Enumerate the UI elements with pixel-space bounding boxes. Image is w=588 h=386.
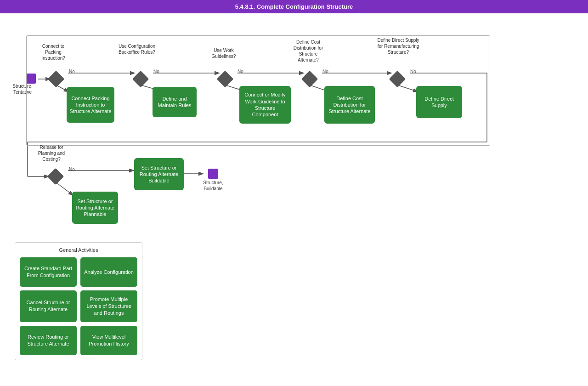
diagram-area: Structure, Tentative Connect to Packing … bbox=[0, 13, 588, 386]
ga-analyze-config[interactable]: Analyze Configuration bbox=[80, 257, 137, 287]
outer-box-row1 bbox=[26, 35, 490, 146]
no-q6: No bbox=[69, 167, 75, 172]
svg-line-16 bbox=[56, 182, 73, 195]
diamond-q6 bbox=[47, 168, 64, 185]
label-q6: Release for Planning and Costing? bbox=[31, 144, 72, 162]
header-title: 5.4.8.1. Complete Configuration Structur… bbox=[235, 3, 353, 10]
ga-view-multilevel[interactable]: View Multilevel Promotion History bbox=[80, 326, 137, 355]
panel-title: General Activities bbox=[20, 247, 137, 253]
page-header: 5.4.8.1. Complete Configuration Structur… bbox=[0, 0, 588, 13]
label-buildable: Structure, Buildable bbox=[197, 180, 230, 192]
ga-create-standard-part[interactable]: Create Standard Part From Configuration bbox=[20, 257, 77, 287]
activity-set-plannable[interactable]: Set Structure or Routing Alternate Plann… bbox=[72, 192, 118, 224]
ga-review-routing[interactable]: Review Routing or Structure Alternate bbox=[20, 326, 77, 355]
activity-set-buildable[interactable]: Set Structure or Routing Alternate Build… bbox=[134, 158, 184, 190]
state-buildable bbox=[208, 169, 218, 179]
general-activities-panel: General Activities Create Standard Part … bbox=[15, 242, 142, 360]
panel-grid: Create Standard Part From Configuration … bbox=[20, 257, 137, 355]
ga-promote-multilevel[interactable]: Promote Multiple Levels of Structures an… bbox=[80, 290, 137, 322]
ga-cancel-structure[interactable]: Cancel Structure or Routing Alternate bbox=[20, 290, 77, 322]
